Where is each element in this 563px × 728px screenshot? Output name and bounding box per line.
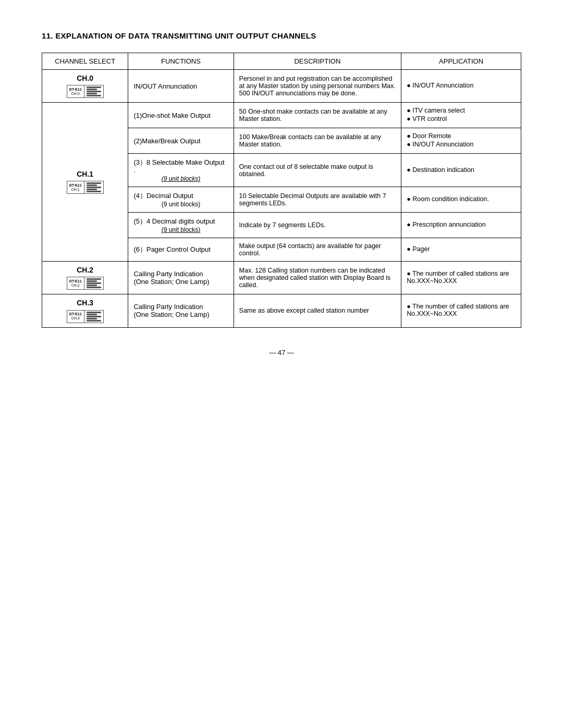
channel-cell-ch2: CH.2 DT·E11 CH.2 <box>42 262 128 294</box>
functions-ch1-5: (5）4 Decimal digits output (9 unit block… <box>128 213 234 238</box>
header-channel: CHANNEL SELECT <box>42 53 128 70</box>
channel-cell-ch3: CH.3 DT·E11 CH.3 <box>42 294 128 327</box>
header-functions: FUNCTIONS <box>128 53 234 70</box>
app-ch1-1: ● ITV camera select ● VTR control <box>401 103 521 128</box>
app-ch1-3: ● Destination indication <box>401 154 521 187</box>
app-ch1-5: ● Prescription annunciation <box>401 213 521 238</box>
functions-cell-ch0: IN/OUT Annunciation <box>128 70 234 103</box>
app-ch1-2: ● Door Remote ● IN/OUT Annunciation <box>401 128 521 154</box>
table-row: CH.3 DT·E11 CH.3 <box>42 294 521 327</box>
header-application: APPLICATION <box>401 53 521 70</box>
desc-ch1-4: 10 Selectable Decimal Outputs are availa… <box>234 187 401 213</box>
channel-label-ch2: CH.2 <box>47 266 123 274</box>
desc-ch1-2: 100 Make/Break contacts can be available… <box>234 128 401 154</box>
functions-ch2: Calling Party Indication (One Station; O… <box>128 262 234 294</box>
desc-ch1-1: 50 One-shot make contacts can be availab… <box>234 103 401 128</box>
app-cell-ch0: ● IN/OUT Annunciation <box>401 70 521 103</box>
functions-ch1-3: (3）8 Selectable Make Output · (9 unit bl… <box>128 154 234 187</box>
app-ch3: ● The number of called stations are No.X… <box>401 294 521 327</box>
functions-ch1-4: (4）Decimal Output (9 unit blocks) <box>128 187 234 213</box>
main-table: CHANNEL SELECT FUNCTIONS DESCRIPTION APP… <box>42 53 521 328</box>
desc-ch3: Same as above except called station numb… <box>234 294 401 327</box>
desc-cell-ch0: Personel in and put registration can be … <box>234 70 401 103</box>
desc-ch1-3: One contact out of 8 selectable make out… <box>234 154 401 187</box>
app-ch1-6: ● Pager <box>401 238 521 262</box>
functions-ch1-2: (2)Make/Break Output <box>128 128 234 154</box>
desc-ch1-6: Make output (64 contacts) are available … <box>234 238 401 262</box>
app-ch1-4: ● Room condition indication. <box>401 187 521 213</box>
functions-ch1-1: (1)One-shot Make Output <box>128 103 234 128</box>
device-box-ch2: DT·E11 CH.2 <box>67 277 104 290</box>
device-box-ch3: DT·E11 CH.3 <box>67 310 104 323</box>
channel-cell-ch1: CH.1 DT·E11 CH.1 <box>42 103 128 262</box>
device-box-ch0: DT·E11 CH.0 <box>67 85 104 98</box>
header-description: DESCRIPTION <box>234 53 401 70</box>
channel-label-ch3: CH.3 <box>47 299 123 307</box>
functions-ch1-6: (6）Pager Control Output <box>128 238 234 262</box>
table-row: CH.1 DT·E11 CH.1 <box>42 103 521 128</box>
table-row: CH.0 DT·E11 CH.0 <box>42 70 521 103</box>
app-ch2: ● The number of called stations are No.X… <box>401 262 521 294</box>
channel-label-ch0: CH.0 <box>47 74 123 82</box>
desc-ch1-5: Indicate by 7 segments LEDs. <box>234 213 401 238</box>
table-row: CH.2 DT·E11 CH.2 <box>42 262 521 294</box>
page-title: 11. EXPLANATION OF DATA TRANSMITTING UNI… <box>42 31 521 40</box>
channel-label-ch1: CH.1 <box>47 170 123 178</box>
desc-ch2: Max. 128 Calling station numbers can be … <box>234 262 401 294</box>
functions-ch3: Calling Party Indication (One Station; O… <box>128 294 234 327</box>
device-box-ch1: DT·E11 CH.1 <box>67 181 104 194</box>
page-footer: — 47 — <box>42 349 521 356</box>
channel-cell-ch0: CH.0 DT·E11 CH.0 <box>42 70 128 103</box>
